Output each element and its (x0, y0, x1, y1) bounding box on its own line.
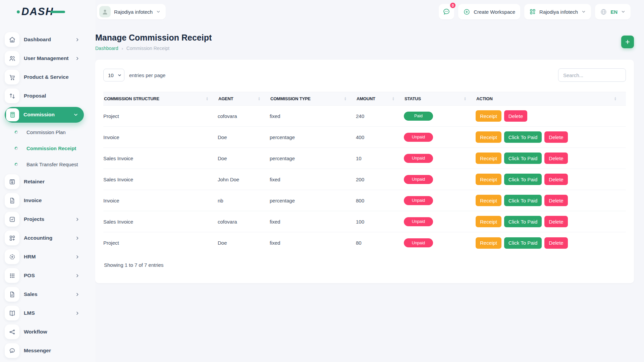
sidebar-item-label: Retainer (24, 179, 84, 185)
plus-circle-icon (463, 8, 470, 15)
sort-icon[interactable]: ▲▼ (614, 97, 616, 101)
sidebar-item-label: Proposal (24, 93, 84, 99)
main-column: Rajodiya infotech 0 Create Workspace (95, 0, 644, 362)
delete-button[interactable]: Delete (544, 153, 568, 164)
sidebar-nav: Dashboard User Management Product & Serv… (0, 23, 84, 360)
cell-commission-type: fixed (270, 240, 356, 246)
workspace-switcher[interactable]: Rajodiya infotech (97, 4, 166, 19)
brand-logo-text: DASH (21, 6, 54, 18)
sort-icon[interactable]: ▲▼ (258, 97, 260, 101)
sidebar-item-commission[interactable]: Commission (5, 107, 84, 123)
table-row: Sales Invoice Doe percentage 10 Unpaid R… (103, 148, 626, 169)
create-workspace-button[interactable]: Create Workspace (458, 4, 520, 19)
delete-button[interactable]: Delete (504, 110, 527, 122)
calculator-icon (9, 111, 16, 118)
page-title: Manage Commission Receipt (95, 33, 212, 43)
entries-per-page-select[interactable]: 10 (103, 69, 124, 81)
cell-agent: Doe (218, 156, 270, 161)
chevron-right-icon (75, 311, 80, 316)
sidebar-item-dashboard[interactable]: Dashboard (5, 30, 84, 49)
cell-actions: ReceiptClick To PaidDelete (476, 195, 626, 206)
table-footer-summary: Showing 1 to 7 of 7 entries (103, 262, 626, 268)
column-header-action: ACTION▲▼ (476, 96, 626, 101)
sidebar-item-messenger[interactable]: Messenger (5, 341, 84, 360)
receipt-button[interactable]: Receipt (476, 174, 501, 185)
cell-commission-structure: Sales Invoice (103, 177, 218, 182)
receipt-button[interactable]: Receipt (476, 131, 501, 143)
status-badge: Unpaid (404, 154, 433, 163)
status-badge: Unpaid (404, 133, 433, 142)
table-row: Invoice nb percentage 800 Unpaid Receipt… (103, 190, 626, 211)
sidebar-subitem-commission-receipt[interactable]: Commission Receipt (5, 140, 84, 156)
sidebar-item-workflow[interactable]: Workflow (5, 322, 84, 341)
cell-actions: ReceiptClick To PaidDelete (476, 237, 626, 249)
breadcrumb-current: Commission Receipt (126, 46, 169, 51)
delete-button[interactable]: Delete (544, 195, 568, 206)
cell-agent: Doe (218, 240, 270, 246)
delete-button[interactable]: Delete (544, 131, 568, 143)
sidebar-item-label: Commission (23, 112, 73, 118)
chevron-down-icon (621, 9, 626, 14)
sidebar-subitem-commission-plan[interactable]: Commission Plan (5, 124, 84, 140)
sort-icon[interactable]: ▲▼ (464, 97, 466, 101)
sidebar-item-hrm[interactable]: HRM (5, 247, 84, 266)
table-row: Sales Invoice cofovara fixed 100 Unpaid … (103, 211, 626, 232)
receipt-button[interactable]: Receipt (476, 110, 501, 122)
search-input[interactable] (558, 68, 626, 82)
cell-actions: ReceiptClick To PaidDelete (476, 216, 626, 227)
page-content: Manage Commission Receipt Dashboard › Co… (95, 23, 644, 283)
breadcrumb-separator-icon: › (122, 46, 123, 51)
sort-icon[interactable]: ▲▼ (206, 97, 208, 101)
receipt-button[interactable]: Receipt (476, 153, 501, 164)
grid-plus-icon (529, 8, 536, 15)
breadcrumb-dashboard-link[interactable]: Dashboard (95, 46, 118, 51)
chat-icon (9, 347, 16, 354)
table-body: Project cofovara fixed 240 Paid ReceiptD… (103, 106, 626, 253)
language-menu[interactable]: EN (595, 4, 631, 19)
sidebar-item-lms[interactable]: LMS (5, 304, 84, 322)
users-icon (9, 55, 16, 62)
sidebar-item-accounting[interactable]: Accounting (5, 229, 84, 247)
sidebar-item-label: Product & Service (24, 74, 84, 80)
cell-amount: 10 (356, 156, 404, 161)
click-to-paid-button[interactable]: Click To Paid (504, 174, 542, 185)
sort-icon[interactable]: ▲▼ (344, 97, 346, 101)
receipt-button[interactable]: Receipt (476, 195, 501, 206)
brand-logo[interactable]: DASH (0, 0, 95, 23)
sidebar-item-label: Invoice (24, 197, 84, 203)
home-icon (9, 36, 16, 43)
cell-amount: 800 (356, 198, 404, 203)
sidebar-item-sales[interactable]: Sales (5, 285, 84, 304)
create-receipt-button[interactable]: + (621, 36, 634, 48)
topbar: Rajodiya infotech 0 Create Workspace (95, 0, 644, 23)
sidebar-subitem-bank-transfer-request[interactable]: Bank Transfer Request (5, 156, 84, 172)
receipt-button[interactable]: Receipt (476, 237, 501, 249)
sidebar-item-product-service[interactable]: Product & Service (5, 68, 84, 86)
delete-button[interactable]: Delete (544, 237, 568, 249)
sidebar-item-projects[interactable]: Projects (5, 210, 84, 229)
click-to-paid-button[interactable]: Click To Paid (504, 153, 542, 164)
click-to-paid-button[interactable]: Click To Paid (504, 216, 542, 227)
cell-amount: 80 (356, 240, 404, 246)
sidebar-item-proposal[interactable]: Proposal (5, 86, 84, 105)
cell-commission-structure: Sales Invoice (103, 156, 218, 161)
company-menu[interactable]: Rajodiya infotech (524, 4, 591, 19)
messages-button[interactable]: 0 (439, 4, 454, 19)
sidebar-item-pos[interactable]: POS (5, 266, 84, 285)
column-label: STATUS (405, 96, 421, 101)
sort-icon[interactable]: ▲▼ (392, 97, 394, 101)
check-square-icon (9, 216, 16, 223)
sidebar-item-invoice[interactable]: Invoice (5, 191, 84, 210)
sidebar-item-user-management[interactable]: User Management (5, 49, 84, 68)
click-to-paid-button[interactable]: Click To Paid (504, 237, 542, 249)
click-to-paid-button[interactable]: Click To Paid (504, 131, 542, 143)
delete-button[interactable]: Delete (544, 174, 568, 185)
delete-button[interactable]: Delete (544, 216, 568, 227)
sidebar-item-retainer[interactable]: Retainer (5, 172, 84, 191)
cell-agent: cofovara (218, 113, 270, 119)
cell-actions: ReceiptDelete (476, 110, 626, 122)
cell-amount: 400 (356, 134, 404, 140)
click-to-paid-button[interactable]: Click To Paid (504, 195, 542, 206)
person-icon (101, 8, 109, 15)
receipt-button[interactable]: Receipt (476, 216, 501, 227)
